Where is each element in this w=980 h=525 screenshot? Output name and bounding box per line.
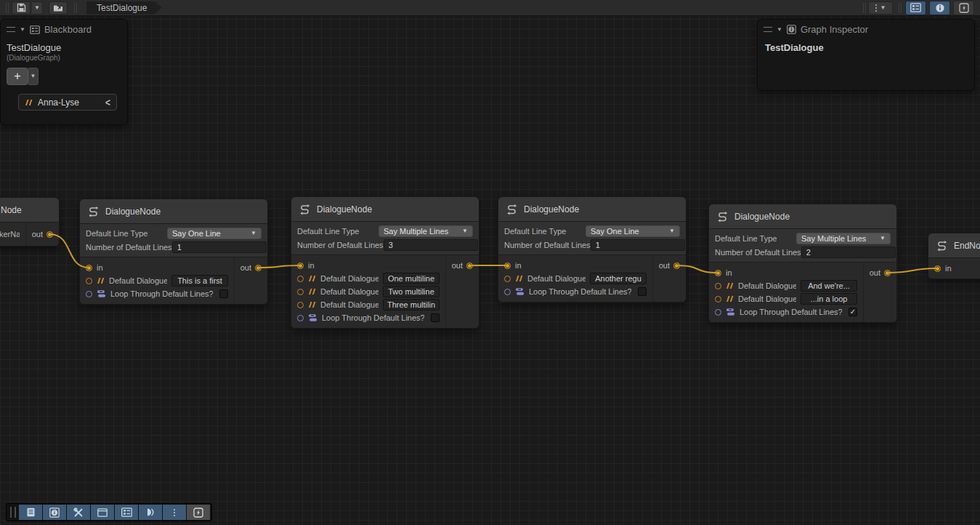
text-input-number-of-default-lines[interactable]: 2 bbox=[801, 247, 896, 258]
port-default-dialogue-line-3[interactable] bbox=[297, 302, 304, 308]
node-dialoguenode[interactable]: DialogueNodeDefault Line TypeSay Multipl… bbox=[291, 196, 479, 329]
port-default-dialogue-line[interactable] bbox=[504, 276, 511, 282]
collapse-chevron-icon[interactable]: < bbox=[105, 96, 110, 108]
save-button[interactable] bbox=[12, 1, 31, 15]
transition-button[interactable] bbox=[139, 505, 162, 520]
dropdown-default-line-type[interactable]: Say Multiple Lines▼ bbox=[796, 233, 891, 244]
blackboard-variable-anna-lyse[interactable]: Anna-Lyse < bbox=[18, 94, 117, 111]
port-in[interactable] bbox=[297, 262, 304, 269]
dialogue-line-field[interactable]: And we're... bbox=[801, 280, 857, 292]
add-variable-button[interactable]: + bbox=[7, 68, 28, 85]
port-default-dialogue-line-2[interactable] bbox=[715, 296, 721, 302]
text-input-number-of-default-lines[interactable]: 3 bbox=[384, 239, 478, 251]
dialogue-line-field[interactable]: Another regu bbox=[590, 273, 647, 284]
port-default-dialogue-line[interactable] bbox=[86, 278, 92, 284]
breadcrumb-tab[interactable]: TestDialogue bbox=[86, 1, 161, 15]
text-input-number-of-default-lines[interactable]: 1 bbox=[591, 239, 685, 251]
dialogue-line-field[interactable]: Three multilin bbox=[383, 299, 440, 310]
caret-down-icon: ▼ bbox=[251, 231, 256, 236]
node-title: DialogueNode bbox=[734, 212, 790, 222]
port-label: Default Dialogue Line 3 bbox=[320, 300, 378, 309]
node-header[interactable]: DialogueNode bbox=[80, 199, 267, 224]
save-options-button[interactable]: ▼ bbox=[32, 1, 43, 15]
port-out[interactable] bbox=[255, 265, 262, 271]
port-default-dialogue-line-2[interactable] bbox=[297, 289, 304, 295]
node-header[interactable]: DialogueNode bbox=[498, 197, 686, 222]
node-dialoguenode[interactable]: DialogueNodeDefault Line TypeSay One Lin… bbox=[498, 196, 687, 302]
port-row: Default Dialogue LineAnother regu bbox=[498, 272, 652, 285]
port-loop-through-default-lines-[interactable] bbox=[297, 315, 304, 321]
node-node[interactable]: NodekerNameout bbox=[0, 197, 60, 247]
port-default-dialogue-line-1[interactable] bbox=[715, 283, 721, 289]
port-out[interactable] bbox=[673, 262, 680, 269]
bottom-toolbar[interactable] bbox=[6, 503, 212, 521]
dialogue-line-field[interactable]: This is a first bbox=[171, 275, 228, 286]
overflow-button[interactable] bbox=[163, 505, 186, 520]
port-in[interactable] bbox=[934, 265, 941, 272]
open-asset-button[interactable] bbox=[49, 1, 68, 15]
loop-checkbox[interactable] bbox=[431, 313, 440, 322]
dropdown-default-line-type[interactable]: Say One Line▼ bbox=[586, 225, 680, 237]
port-label: Default Dialogue Line 1 bbox=[320, 274, 378, 283]
node-dialoguenode[interactable]: DialogueNodeDefault Line TypeSay One Lin… bbox=[79, 199, 268, 305]
port-out[interactable] bbox=[466, 262, 473, 269]
dialogue-line-field[interactable]: ...in a loop bbox=[801, 293, 857, 305]
dropdown-default-line-type[interactable]: Say One Line▼ bbox=[167, 228, 262, 239]
dialogue-line-field[interactable]: Two multiline bbox=[383, 286, 440, 297]
text-input-number-of-default-lines[interactable]: 1 bbox=[172, 241, 267, 253]
graph-inspector-panel[interactable]: ▼ Graph Inspector TestDialogue bbox=[757, 19, 975, 91]
node-properties: Default Line TypeSay One Line▼Number of … bbox=[80, 224, 267, 257]
toggle-bolt-button[interactable] bbox=[953, 1, 974, 15]
foldout-triangle-icon[interactable]: ▼ bbox=[777, 27, 782, 33]
node-dialoguenode[interactable]: DialogueNodeDefault Line TypeSay Multipl… bbox=[708, 204, 897, 323]
toolbar-separator bbox=[899, 3, 899, 13]
node-header[interactable]: EndNode bbox=[928, 233, 980, 258]
tools-button[interactable] bbox=[67, 505, 90, 520]
loop-checkbox[interactable] bbox=[638, 287, 647, 296]
port-loop-through-default-lines-[interactable] bbox=[504, 289, 511, 295]
document-button[interactable] bbox=[19, 505, 42, 520]
quote-icon bbox=[726, 282, 734, 289]
graph-inspector-header[interactable]: ▼ Graph Inspector bbox=[758, 20, 974, 39]
caret-down-icon: ▼ bbox=[669, 228, 675, 234]
output-ports-column: out bbox=[652, 255, 686, 302]
toggle-graph-inspector-button[interactable] bbox=[929, 1, 950, 15]
node-header[interactable]: DialogueNode bbox=[291, 197, 479, 222]
toggle-blackboard-button[interactable] bbox=[905, 1, 926, 15]
quote-icon bbox=[25, 99, 33, 106]
toolbar-drag-handle[interactable] bbox=[10, 507, 16, 518]
port-in[interactable] bbox=[504, 262, 511, 269]
dialogue-line-value: Another regu bbox=[595, 274, 641, 283]
node-title: DialogueNode bbox=[524, 204, 579, 215]
foldout-triangle-icon[interactable]: ▼ bbox=[20, 27, 25, 33]
input-ports-column: kerName bbox=[0, 223, 25, 246]
node-header[interactable]: Node bbox=[0, 198, 59, 223]
tab-title: TestDialogue bbox=[97, 3, 147, 13]
port-in[interactable] bbox=[715, 270, 721, 276]
port-out[interactable] bbox=[46, 231, 53, 238]
port-loop-through-default-lines-[interactable] bbox=[715, 309, 721, 316]
port-in[interactable] bbox=[86, 265, 92, 271]
port-label: Default Dialogue Line bbox=[109, 276, 167, 285]
node-endnode[interactable]: EndNodein bbox=[928, 233, 980, 279]
loop-checkbox[interactable] bbox=[219, 289, 228, 298]
caret-down-icon: ▼ bbox=[462, 228, 468, 234]
node-header[interactable]: DialogueNode bbox=[709, 204, 896, 229]
port-label: in bbox=[515, 261, 522, 270]
dropdown-default-line-type[interactable]: Say Multiple Lines▼ bbox=[378, 225, 473, 237]
port-out[interactable] bbox=[884, 270, 891, 276]
port-loop-through-default-lines-[interactable] bbox=[86, 291, 92, 297]
bolt-button[interactable] bbox=[187, 505, 210, 520]
port-label: out bbox=[32, 230, 43, 239]
dialogue-line-field[interactable]: One multiline bbox=[383, 273, 440, 284]
window-button[interactable] bbox=[91, 505, 114, 520]
blackboard-panel-header[interactable]: ▼ Blackboard bbox=[1, 20, 127, 39]
port-default-dialogue-line-1[interactable] bbox=[297, 276, 304, 282]
add-variable-options-button[interactable]: ▼ bbox=[28, 68, 39, 85]
blackboard-panel[interactable]: ▼ Blackboard TestDialogue (DialogueGraph… bbox=[0, 19, 128, 125]
blackboard-button[interactable] bbox=[115, 505, 138, 520]
overflow-menu-button[interactable]: ▼ bbox=[868, 1, 893, 15]
out-port-row: out bbox=[240, 261, 262, 274]
loop-checkbox[interactable]: ✓ bbox=[849, 308, 857, 316]
info-button[interactable] bbox=[43, 505, 66, 520]
